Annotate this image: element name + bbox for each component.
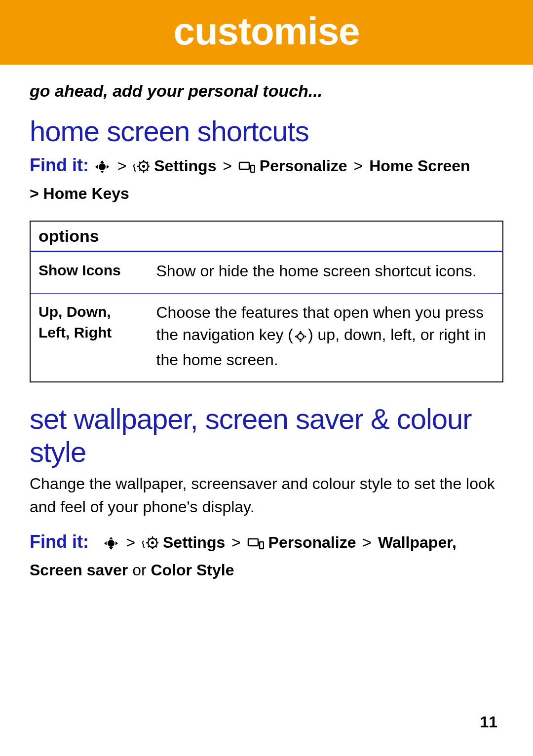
find-it-label: Find it: — [30, 155, 89, 175]
svg-marker-3 — [95, 165, 98, 169]
svg-line-12 — [147, 169, 148, 171]
svg-point-29 — [151, 541, 154, 544]
personalize-icon — [247, 533, 264, 558]
settings-gear-icon — [142, 533, 158, 558]
svg-line-14 — [147, 162, 148, 163]
options-table: options Show Icons Show or hide the home… — [30, 221, 503, 382]
svg-rect-16 — [251, 165, 255, 172]
svg-marker-1 — [100, 160, 104, 163]
breadcrumb-wallpaper: Wallpaper — [378, 533, 452, 551]
chevron-icon: > — [360, 533, 374, 551]
svg-line-13 — [139, 169, 141, 171]
svg-point-6 — [142, 165, 145, 168]
svg-rect-39 — [260, 542, 264, 549]
breadcrumb-settings: Settings — [154, 157, 216, 175]
table-row: Up, Down, Left, Right Choose the feature… — [30, 293, 503, 382]
chevron-icon: > — [115, 157, 129, 175]
chevron-icon: > — [124, 533, 138, 551]
svg-marker-25 — [109, 547, 113, 550]
svg-marker-20 — [299, 340, 302, 342]
svg-line-35 — [155, 546, 157, 547]
svg-point-0 — [99, 163, 106, 170]
table-row: Show Icons Show or hide the home screen … — [30, 252, 503, 294]
chevron-icon: > — [221, 157, 234, 175]
option-name: Up, Down, Left, Right — [30, 293, 149, 382]
navigation-key-icon — [102, 533, 120, 558]
svg-marker-26 — [104, 541, 107, 545]
table-header-row: options — [30, 221, 503, 252]
section-heading-wallpaper: set wallpaper, screen saver & colour sty… — [30, 402, 503, 468]
svg-rect-38 — [248, 539, 258, 546]
svg-point-18 — [298, 334, 304, 340]
svg-marker-27 — [115, 541, 118, 545]
section-heading-shortcuts: home screen shortcuts — [30, 114, 503, 148]
chapter-banner: customise — [0, 0, 533, 65]
svg-point-23 — [108, 540, 114, 547]
options-header: options — [30, 221, 503, 252]
find-it-label: Find it: — [30, 531, 89, 552]
breadcrumb-color-style: Color Style — [151, 561, 234, 579]
personalize-icon — [238, 157, 255, 182]
svg-marker-4 — [107, 165, 109, 169]
svg-marker-2 — [100, 171, 104, 173]
chevron-icon: > — [352, 157, 365, 175]
svg-marker-19 — [299, 331, 302, 333]
breadcrumb-home-screen: Home Screen — [369, 157, 470, 175]
svg-line-11 — [139, 162, 141, 163]
svg-rect-15 — [239, 162, 249, 169]
tagline: go ahead, add your personal touch... — [30, 81, 503, 101]
breadcrumb-personalize: Personalize — [260, 157, 347, 175]
svg-line-37 — [155, 538, 157, 540]
chevron-icon: > — [229, 533, 243, 551]
breadcrumb-settings: Settings — [163, 533, 225, 551]
option-name: Show Icons — [30, 252, 149, 294]
option-desc: Show or hide the home screen shortcut ic… — [149, 252, 503, 294]
svg-marker-22 — [305, 335, 306, 338]
svg-marker-21 — [295, 335, 297, 338]
manual-page: customise go ahead, add your personal to… — [0, 0, 533, 756]
section-paragraph: Change the wallpaper, screensaver and co… — [30, 472, 503, 518]
breadcrumb-personalize: Personalize — [268, 533, 356, 551]
settings-gear-icon — [133, 157, 150, 182]
navigation-key-icon — [93, 157, 111, 182]
page-content: go ahead, add your personal touch... hom… — [0, 65, 533, 582]
svg-line-34 — [148, 538, 150, 540]
find-it-path-2: Find it: > — [30, 528, 503, 582]
find-it-path-1: Find it: > — [30, 151, 503, 206]
svg-line-36 — [148, 546, 150, 547]
page-number: 11 — [480, 713, 497, 731]
or-word: or — [128, 561, 151, 579]
navigation-key-open-icon — [293, 327, 308, 349]
option-desc: Choose the features that open when you p… — [149, 293, 503, 382]
breadcrumb-home-keys: > Home Keys — [30, 185, 129, 202]
chapter-title: customise — [174, 9, 360, 53]
svg-marker-24 — [109, 537, 113, 539]
